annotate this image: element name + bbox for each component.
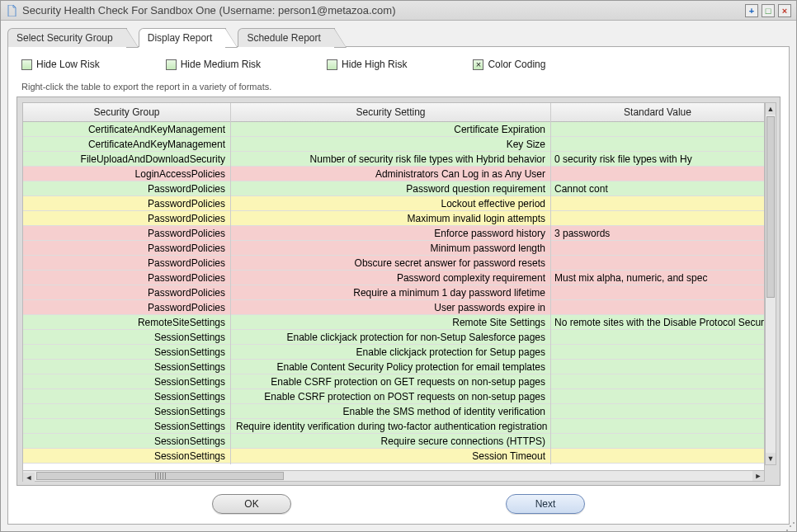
checkbox-icon xyxy=(21,59,32,70)
report-panel: Hide Low Risk Hide Medium Risk Hide High… xyxy=(7,46,790,525)
scroll-down-icon[interactable]: ▼ xyxy=(766,453,776,464)
scroll-left-icon[interactable]: ◄ xyxy=(23,473,35,483)
table-row[interactable]: PasswordPoliciesMinimum password length xyxy=(23,241,764,256)
table-row[interactable]: PasswordPoliciesPassword complexity requ… xyxy=(23,271,764,285)
tab-label: Schedule Report xyxy=(247,32,320,44)
report-table[interactable]: Security Group Security Setting Standard… xyxy=(22,102,765,480)
cell-group: PasswordPolicies xyxy=(23,270,231,286)
table-row[interactable]: FileUploadAndDownloadSecurityNumber of s… xyxy=(23,152,764,167)
table-row[interactable]: CertificateAndKeyManagementKey Size xyxy=(23,137,764,152)
cell-group: PasswordPolicies xyxy=(23,255,231,271)
cell-value xyxy=(551,424,764,429)
tab-display-report[interactable]: Display Report xyxy=(139,28,227,47)
cell-group: SessionSettings xyxy=(23,344,231,360)
cell-setting: Require a minimum 1 day password lifetim… xyxy=(231,285,551,301)
table-row[interactable]: SessionSettingsSession Timeout xyxy=(23,449,764,464)
table-row[interactable]: RemoteSiteSettingsRemote Site SettingsNo… xyxy=(23,315,764,330)
table-row[interactable]: SessionSettingsEnable CSRF protection on… xyxy=(23,374,764,389)
cell-value xyxy=(551,409,764,414)
cell-group: CertificateAndKeyManagement xyxy=(23,121,231,138)
window-maximize-icon[interactable]: □ xyxy=(762,4,775,17)
cell-value xyxy=(551,216,764,221)
ok-button[interactable]: OK xyxy=(212,494,291,514)
cell-group: PasswordPolicies xyxy=(23,240,231,257)
table-row[interactable]: SessionSettingsEnable clickjack protecti… xyxy=(23,330,764,345)
column-header-value[interactable]: Standard Value xyxy=(551,103,764,121)
cell-setting: Administrators Can Log in as Any User xyxy=(231,166,551,182)
cell-setting: Number of security risk file types with … xyxy=(231,151,551,167)
cell-group: PasswordPolicies xyxy=(23,225,231,242)
health-check-window: Security Health Check For Sandbox One (U… xyxy=(0,0,797,532)
cell-setting: Enable clickjack protection for Setup pa… xyxy=(231,344,551,360)
cell-setting: Password question requirement xyxy=(231,181,551,197)
window-new-icon[interactable]: + xyxy=(745,4,758,17)
scroll-thumb[interactable] xyxy=(36,472,284,480)
cell-value: Cannot cont xyxy=(551,181,764,197)
cell-value xyxy=(551,379,764,384)
table-row[interactable]: PasswordPoliciesRequire a minimum 1 day … xyxy=(23,285,764,300)
cell-value xyxy=(551,335,764,340)
table-row[interactable]: PasswordPoliciesEnforce password history… xyxy=(23,226,764,241)
table-row[interactable]: SessionSettingsEnable clickjack protecti… xyxy=(23,345,764,360)
cell-setting: Require identity verification during two… xyxy=(231,418,551,435)
table-row[interactable]: PasswordPoliciesObscure secret answer fo… xyxy=(23,256,764,271)
table-row[interactable]: PasswordPoliciesMaximum invalid login at… xyxy=(23,211,764,226)
vertical-scrollbar[interactable]: ▲ ▼ xyxy=(765,102,776,465)
checkbox-icon xyxy=(166,59,177,70)
scroll-right-icon[interactable]: ► xyxy=(752,471,764,481)
checkbox-hide-medium-risk[interactable]: Hide Medium Risk xyxy=(166,59,261,70)
cell-value xyxy=(551,261,764,266)
checkbox-hide-high-risk[interactable]: Hide High Risk xyxy=(327,59,407,70)
cell-setting: Lockout effective period xyxy=(231,195,551,212)
cell-value xyxy=(551,305,764,310)
grip-icon xyxy=(151,474,169,478)
tab-schedule-report[interactable]: Schedule Report xyxy=(238,28,334,47)
window-controls: + □ × xyxy=(745,4,791,17)
cell-value: No remote sites with the Disable Protoco… xyxy=(551,314,764,331)
cell-value xyxy=(551,350,764,355)
table-row[interactable]: PasswordPoliciesUser passwords expire in xyxy=(23,300,764,315)
cell-value xyxy=(551,246,764,251)
table-row[interactable]: SessionSettingsEnable Content Security P… xyxy=(23,360,764,374)
window-close-icon[interactable]: × xyxy=(778,4,791,17)
cell-group: PasswordPolicies xyxy=(23,285,231,301)
checkbox-label: Hide High Risk xyxy=(342,59,407,70)
resize-grip-icon[interactable]: ⋰ xyxy=(785,520,794,529)
cell-setting: Obscure secret answer for password reset… xyxy=(231,255,551,271)
checkbox-hide-low-risk[interactable]: Hide Low Risk xyxy=(21,59,100,70)
cell-setting: Enable CSRF protection on GET requests o… xyxy=(231,374,551,390)
cell-setting: Remote Site Settings xyxy=(231,314,551,331)
cell-value xyxy=(551,454,764,459)
table-row[interactable]: SessionSettingsEnable CSRF protection on… xyxy=(23,389,764,404)
table-row[interactable]: SessionSettingsRequire secure connection… xyxy=(23,434,764,449)
horizontal-scrollbar[interactable]: ◄ ► xyxy=(22,470,765,482)
table-row[interactable]: LoginAccessPoliciesAdministrators Can Lo… xyxy=(23,167,764,181)
cell-value xyxy=(551,394,764,399)
cell-setting: Enable the SMS method of identity verifi… xyxy=(231,403,551,420)
scroll-thumb[interactable] xyxy=(766,116,775,298)
table-row[interactable]: PasswordPoliciesPassword question requir… xyxy=(23,181,764,196)
cell-setting: Enable clickjack protection for non-Setu… xyxy=(231,329,551,346)
scroll-up-icon[interactable]: ▲ xyxy=(766,103,776,115)
cell-value xyxy=(551,172,764,177)
cell-group: PasswordPolicies xyxy=(23,181,231,197)
checkbox-icon xyxy=(327,59,337,70)
cell-value xyxy=(551,365,764,370)
cell-value: Must mix alpha, numeric, and spec xyxy=(551,270,764,286)
tab-select-security-group[interactable]: Select Security Group xyxy=(7,28,127,47)
column-header-setting[interactable]: Security Setting xyxy=(231,103,551,121)
cell-setting: Password complexity requirement xyxy=(231,270,551,286)
cell-value xyxy=(551,201,764,206)
cell-group: CertificateAndKeyManagement xyxy=(23,136,231,153)
tab-label: Select Security Group xyxy=(17,32,113,44)
column-header-group[interactable]: Security Group xyxy=(23,103,231,121)
table-body: CertificateAndKeyManagementCertificate E… xyxy=(23,122,764,464)
cell-group: PasswordPolicies xyxy=(23,210,231,227)
checkbox-color-coding[interactable]: × Color Coding xyxy=(473,59,545,70)
cell-group: RemoteSiteSettings xyxy=(23,314,231,331)
table-row[interactable]: SessionSettingsEnable the SMS method of … xyxy=(23,404,764,419)
table-row[interactable]: CertificateAndKeyManagementCertificate E… xyxy=(23,122,764,137)
next-button[interactable]: Next xyxy=(506,494,585,514)
table-row[interactable]: SessionSettingsRequire identity verifica… xyxy=(23,419,764,434)
table-row[interactable]: PasswordPoliciesLockout effective period xyxy=(23,196,764,211)
